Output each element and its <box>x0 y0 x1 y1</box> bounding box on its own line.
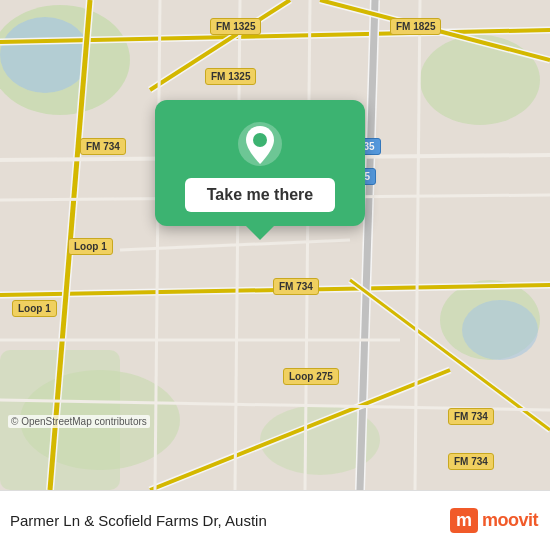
location-label: Parmer Ln & Scofield Farms Dr, Austin <box>10 512 267 529</box>
svg-point-8 <box>462 300 538 360</box>
road-label-fm1325-mid: FM 1325 <box>205 68 256 85</box>
road-label-fm1825: FM 1825 <box>390 18 441 35</box>
bottom-bar: Parmer Ln & Scofield Farms Dr, Austin m … <box>0 490 550 550</box>
svg-point-2 <box>420 35 540 125</box>
copyright-text: © OpenStreetMap contributors <box>8 415 150 428</box>
svg-point-36 <box>253 133 267 147</box>
road-label-fm734-left: FM 734 <box>80 138 126 155</box>
road-label-loop275: Loop 275 <box>283 368 339 385</box>
moovit-m-icon: m <box>450 508 478 533</box>
moovit-brand-text: moovit <box>482 510 538 531</box>
map-container: FM 1325 FM 1825 FM 734 I 35 FM 1325 Loop… <box>0 0 550 490</box>
road-label-loop1-mid: Loop 1 <box>68 238 113 255</box>
take-me-there-button[interactable]: Take me there <box>185 178 335 212</box>
road-label-loop1-bot: Loop 1 <box>12 300 57 317</box>
road-label-fm734-br: FM 734 <box>448 453 494 470</box>
moovit-logo: m moovit <box>450 508 538 533</box>
road-label-fm1325-top: FM 1325 <box>210 18 261 35</box>
road-label-fm734-bot: FM 734 <box>448 408 494 425</box>
location-pin-icon <box>236 120 284 168</box>
road-label-fm734-mid: FM 734 <box>273 278 319 295</box>
svg-point-7 <box>0 17 90 93</box>
popup-card: Take me there <box>155 100 365 226</box>
